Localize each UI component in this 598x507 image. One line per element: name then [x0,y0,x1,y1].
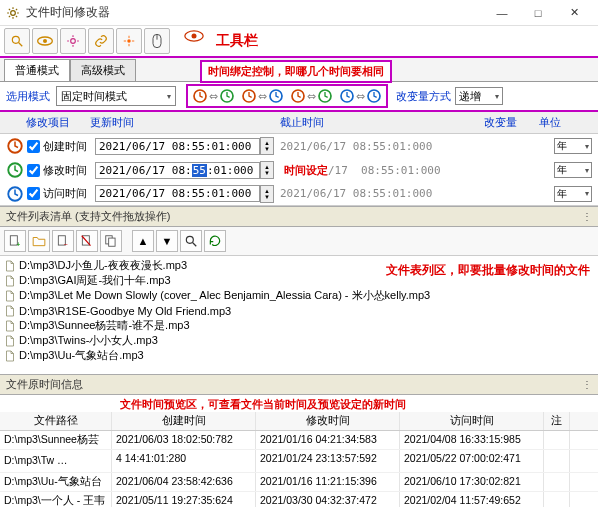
bind-pair-2[interactable]: ⇔ [241,88,284,104]
bind-annotation: 时间绑定控制，即哪几个时间要相同 [200,60,392,83]
filelist-menu-icon[interactable]: ⋮ [582,211,592,222]
modify-datetime-input[interactable]: 2021/06/17 08:55:01:000 [95,162,260,179]
table-row[interactable]: D:\mp3\Tw D:\mp3\Uu-气象站台.mp34 14:41:01:2… [0,450,598,473]
svg-point-12 [43,39,47,43]
table-row[interactable]: D:\mp3\一个人 - 王韦2021/05/11 19:27:35:62420… [0,492,598,507]
filelist-header: 文件列表清单 (支持文件拖放操作)⋮ [0,206,598,227]
col-modify[interactable]: 修改时间 [256,412,400,430]
remove-file-icon[interactable]: − [52,230,74,252]
add-folder-icon[interactable] [28,230,50,252]
modify-deadline: /17 08:55:01:000 [328,164,436,177]
minimize-button[interactable]: — [484,0,520,26]
locate-icon[interactable] [180,230,202,252]
close-button[interactable]: ✕ [556,0,592,26]
file-icon [4,290,16,302]
col-unit: 单位 [530,115,570,130]
clear-icon[interactable] [76,230,98,252]
origtime-header: 文件原时间信息⋮ [0,374,598,395]
up-icon[interactable]: ▲ [132,230,154,252]
bind-pair-1[interactable]: ⇔ [192,88,235,104]
create-deadline: 2021/06/17 08:55:01:000 [280,140,448,153]
gear-icon[interactable] [60,28,86,54]
tab-advanced[interactable]: 高级模式 [70,59,136,81]
list-item[interactable]: D:\mp3\R1SE-Goodbye My Old Friend.mp3 [4,303,594,318]
access-unit-select[interactable]: 年▾ [554,186,592,202]
access-checkbox[interactable] [27,187,40,200]
file-icon [4,335,16,347]
table-row[interactable]: D:\mp3\Sunnee杨芸2021/06/03 18:02:50:78220… [0,431,598,450]
bind-pair-4[interactable]: ⇔ [339,88,382,104]
list-item[interactable]: D:\mp3\Let Me Down Slowly (cover_ Alec B… [4,288,594,303]
spark-icon[interactable] [116,28,142,54]
file-path: D:\mp3\Sunnee杨芸晴-谁不是.mp3 [19,318,190,333]
list-item[interactable]: D:\mp3\Uu-气象站台.mp3 [4,348,594,363]
access-datetime-input[interactable]: 2021/06/17 08:55:01:000 [95,185,260,202]
app-icon [6,6,20,20]
cell-modify: 2021/01/16 11:21:15:396 [256,473,400,491]
filelist-toolbar: + − ▲ ▼ [0,227,598,256]
create-label: 创建时间 [43,139,95,154]
cell-create: 2021/06/03 18:02:50:782 [112,431,256,449]
cell-path: D:\mp3\Uu-气象站台 [0,473,112,491]
col-path[interactable]: 文件路径 [0,412,112,430]
cell-modify: 2021/01/16 04:21:34:583 [256,431,400,449]
svg-rect-41 [109,238,115,246]
bind-pair-3[interactable]: ⇔ [290,88,333,104]
preview-icon[interactable] [184,30,206,52]
tab-normal[interactable]: 普通模式 [4,59,70,81]
titlebar: 文件时间修改器 — □ ✕ [0,0,598,26]
list-item[interactable]: D:\mp3\Sunnee杨芸晴-谁不是.mp3 [4,318,594,333]
table-row[interactable]: D:\mp3\Uu-气象站台2021/06/04 23:58:42:636202… [0,473,598,492]
svg-line-6 [16,15,17,16]
file-icon [4,320,16,332]
file-path: D:\mp3\Twins-小小女人.mp3 [19,333,158,348]
create-spinner[interactable]: ▲▼ [260,137,274,155]
chevron-down-icon: ▾ [495,92,499,101]
svg-point-0 [11,10,16,15]
modify-unit-select[interactable]: 年▾ [554,162,592,178]
link-icon[interactable] [88,28,114,54]
create-datetime-input[interactable]: 2021/06/17 08:55:01:000 [95,138,260,155]
down-icon[interactable]: ▼ [156,230,178,252]
origtime-grid[interactable]: 文件路径 创建时间 修改时间 访问时间 注 D:\mp3\Sunnee杨芸202… [0,412,598,507]
mouse-icon[interactable] [144,28,170,54]
modify-label: 修改时间 [43,163,95,178]
file-list[interactable]: 文件表列区，即要批量修改时间的文件 D:\mp3\DJ小鱼儿-夜夜夜漫长.mp3… [0,256,598,374]
copy-icon[interactable] [100,230,122,252]
origtime-menu-icon[interactable]: ⋮ [582,379,592,390]
window-title: 文件时间修改器 [26,4,484,21]
list-item[interactable]: D:\mp3\Twins-小小女人.mp3 [4,333,594,348]
svg-line-8 [16,8,17,9]
cell-access: 2021/06/10 17:30:02:821 [400,473,544,491]
path-tooltip: D:\mp3\Uu-气象站台.mp3 [57,452,112,470]
col-access[interactable]: 访问时间 [400,412,544,430]
modify-spinner[interactable]: ▲▼ [260,161,274,179]
add-file-icon[interactable]: + [4,230,26,252]
cell-create: 2021/06/04 23:58:42:636 [112,473,256,491]
filelist-annotation: 文件表列区，即要批量修改时间的文件 [386,262,590,279]
modify-checkbox[interactable] [27,164,40,177]
svg-point-42 [186,236,193,243]
cell-path: D:\mp3\Tw D:\mp3\Uu-气象站台.mp3 [0,450,112,472]
cell-path: D:\mp3\一个人 - 王韦 [0,492,112,507]
file-path: D:\mp3\R1SE-Goodbye My Old Friend.mp3 [19,305,231,317]
file-icon [4,260,16,272]
access-spinner[interactable]: ▲▼ [260,185,274,203]
mode-label: 选用模式 [6,89,50,104]
eye-icon[interactable] [32,28,58,54]
mode-select[interactable]: 固定时间模式▾ [56,86,176,106]
search-icon[interactable] [4,28,30,54]
maximize-button[interactable]: □ [520,0,556,26]
time-columns-header: 修改项目 更新时间 截止时间 改变量 单位 [0,112,598,134]
row-access: 访问时间 2021/06/17 08:55:01:000 ▲▼ 2021/06/… [0,182,598,206]
access-label: 访问时间 [43,186,95,201]
file-icon [4,350,16,362]
cell-access: 2021/02/04 11:57:49:652 [400,492,544,507]
col-note[interactable]: 注 [544,412,570,430]
create-checkbox[interactable] [27,140,40,153]
col-create[interactable]: 创建时间 [112,412,256,430]
main-toolbar: 工具栏 [0,26,598,58]
create-unit-select[interactable]: 年▾ [554,138,592,154]
refresh-icon[interactable] [204,230,226,252]
change-mode-select[interactable]: 递增▾ [455,87,503,105]
